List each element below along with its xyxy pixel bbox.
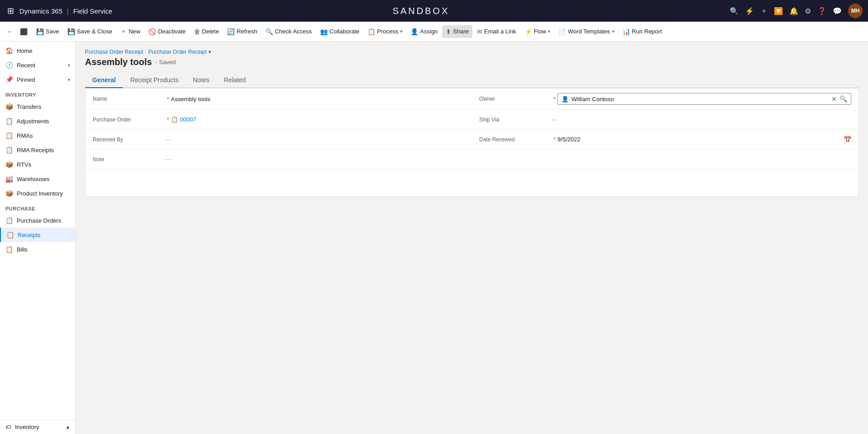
forward-button[interactable]: ⬛ <box>17 25 30 38</box>
home-icon: 🏠 <box>5 47 13 54</box>
owner-field-cell: Owner * 👤 William Contoso ✕ 🔍 <box>472 89 859 110</box>
tab-general[interactable]: General <box>85 73 123 88</box>
module-name[interactable]: Field Service <box>73 7 113 15</box>
sidebar-item-rtvs[interactable]: 📦 RTVs <box>0 157 75 172</box>
chat-icon[interactable]: 💬 <box>833 7 842 15</box>
avatar[interactable]: MH <box>848 4 863 18</box>
sidebar-bottom-chevron-icon: ▲ <box>66 425 70 429</box>
brand-area: Dynamics 365 | Field Service <box>19 7 113 15</box>
breadcrumb-level1[interactable]: Purchase Order Receipt <box>85 49 143 55</box>
sidebar-item-transfers[interactable]: 📦 Transfers <box>0 99 75 114</box>
purchase-orders-icon: 📋 <box>5 217 13 224</box>
date-received-value[interactable]: 9/5/2022 <box>557 136 844 143</box>
purchase-order-value[interactable]: 📋 00007 <box>171 116 196 123</box>
word-templates-button[interactable]: 📄 Word Templates ▾ <box>555 25 618 38</box>
collaborate-button[interactable]: 👥 Collaborate <box>316 25 363 38</box>
save-button[interactable]: 💾 Save <box>33 25 63 38</box>
name-required: * <box>167 96 169 103</box>
purchase-order-link-icon: 📋 <box>171 116 178 123</box>
sidebar-item-rmas[interactable]: 📋 RMAs <box>0 128 75 143</box>
form-card: Name * Assembly tools Owner * 👤 William … <box>85 88 859 197</box>
flow-button[interactable]: ⚡ Flow ▾ <box>521 25 554 38</box>
email-icon: ✉ <box>477 28 482 35</box>
record-title-row: Assembly tools - Saved <box>85 57 859 67</box>
assign-icon: 👤 <box>410 28 418 35</box>
pinned-icon: 📌 <box>5 76 13 83</box>
sidebar-item-bills[interactable]: 📋 Bills <box>0 242 75 257</box>
share-button[interactable]: ⬆ Share <box>442 25 472 38</box>
save-icon: 💾 <box>36 28 44 35</box>
check-access-button[interactable]: 🔍 Check Access <box>262 25 316 38</box>
adjustments-icon: 📋 <box>5 117 13 125</box>
name-field-cell: Name * Assembly tools <box>85 89 472 110</box>
calendar-icon[interactable]: 📅 <box>844 136 851 143</box>
help-icon[interactable]: ❓ <box>817 7 826 15</box>
refresh-button[interactable]: 🔄 Refresh <box>223 25 261 38</box>
owner-required: * <box>553 96 556 103</box>
sidebar-item-rma-receipts[interactable]: 📋 RMA Receipts <box>0 143 75 157</box>
refresh-icon: 🔄 <box>227 28 235 35</box>
deactivate-button[interactable]: 🚫 Deactivate <box>145 25 189 38</box>
tab-related[interactable]: Related <box>217 73 253 88</box>
sidebar-item-adjustments[interactable]: 📋 Adjustments <box>0 114 75 128</box>
bills-icon: 📋 <box>5 246 13 253</box>
run-report-button[interactable]: 📊 Run Report <box>619 25 665 38</box>
save-close-button[interactable]: 💾 Save & Close <box>64 25 116 38</box>
word-templates-dropdown-icon: ▾ <box>612 29 614 34</box>
breadcrumb-dropdown-icon[interactable]: ▾ <box>208 49 211 55</box>
owner-clear-icon[interactable]: ✕ <box>831 95 837 103</box>
bell-icon[interactable]: 🔔 <box>789 7 798 15</box>
ship-via-value[interactable]: --- <box>552 116 851 123</box>
flash-icon[interactable]: ⚡ <box>745 7 754 15</box>
owner-field[interactable]: 👤 William Contoso ✕ 🔍 <box>557 93 851 105</box>
tab-notes[interactable]: Notes <box>186 73 217 88</box>
settings-icon[interactable]: ⚙ <box>805 7 811 15</box>
received-by-value[interactable]: --- <box>165 136 465 143</box>
back-button[interactable]: ← <box>4 25 16 38</box>
new-button[interactable]: ＋ New <box>117 25 144 38</box>
process-button[interactable]: 📋 Process ▾ <box>364 25 406 38</box>
owner-search-icon[interactable]: 🔍 <box>840 95 847 103</box>
spacer-right <box>472 169 859 196</box>
top-navigation: ⊞ Dynamics 365 | Field Service SANDBOX 🔍… <box>0 0 868 22</box>
name-label: Name <box>93 96 165 102</box>
ship-via-field-cell: Ship Via --- <box>472 110 859 130</box>
search-icon[interactable]: 🔍 <box>730 7 739 15</box>
brand-name[interactable]: Dynamics 365 <box>19 7 62 15</box>
sidebar-item-product-inventory[interactable]: 📦 Product Inventory <box>0 186 75 201</box>
sidebar-item-home[interactable]: 🏠 Home <box>0 43 75 58</box>
name-value[interactable]: Assembly tools <box>171 96 465 103</box>
main-layout: 🏠 Home 🕐 Recent ▾ 📌 Pinned ▾ Inventory 📦… <box>0 42 868 434</box>
plus-icon[interactable]: ＋ <box>760 6 768 16</box>
process-dropdown-icon: ▾ <box>400 29 402 34</box>
collaborate-icon: 👥 <box>320 28 328 35</box>
breadcrumb-level2[interactable]: Purchase Order Receipt <box>148 49 207 55</box>
sidebar-item-warehouses[interactable]: 🏭 Warehouses <box>0 172 75 186</box>
waffle-menu[interactable]: ⊞ <box>5 4 16 18</box>
delete-icon: 🗑 <box>194 28 200 35</box>
sidebar-item-purchase-orders[interactable]: 📋 Purchase Orders <box>0 213 75 228</box>
owner-name-value: William Contoso <box>571 96 829 103</box>
note-value[interactable]: --- <box>165 156 465 163</box>
product-inventory-icon: 📦 <box>5 190 13 197</box>
date-received-label: Date Received <box>479 136 552 143</box>
filter-icon[interactable]: 🔽 <box>774 7 783 15</box>
email-link-button[interactable]: ✉ Email a Link <box>473 25 520 38</box>
breadcrumb: Purchase Order Receipt · Purchase Order … <box>85 49 859 55</box>
breadcrumb-separator: · <box>145 49 146 55</box>
tab-receipt-products[interactable]: Receipt Products <box>123 73 186 88</box>
sidebar-item-receipts[interactable]: 📋 Receipts <box>0 228 75 242</box>
sidebar-bottom-area[interactable]: 🏷 Inventory ▲ <box>0 420 76 434</box>
delete-button[interactable]: 🗑 Delete <box>190 25 223 38</box>
note-field-cell: Note --- <box>85 149 472 169</box>
owner-person-icon: 👤 <box>561 96 569 103</box>
inventory-section-header: Inventory <box>0 87 75 99</box>
sidebar-item-recent[interactable]: 🕐 Recent ▾ <box>0 58 75 72</box>
tabs-container: General Receipt Products Notes Related <box>85 73 859 88</box>
word-templates-icon: 📄 <box>558 28 566 35</box>
assign-button[interactable]: 👤 Assign <box>407 25 441 38</box>
empty-cell <box>472 149 859 169</box>
spacer-left <box>85 169 472 196</box>
share-icon: ⬆ <box>446 28 451 35</box>
sidebar-item-pinned[interactable]: 📌 Pinned ▾ <box>0 72 75 87</box>
